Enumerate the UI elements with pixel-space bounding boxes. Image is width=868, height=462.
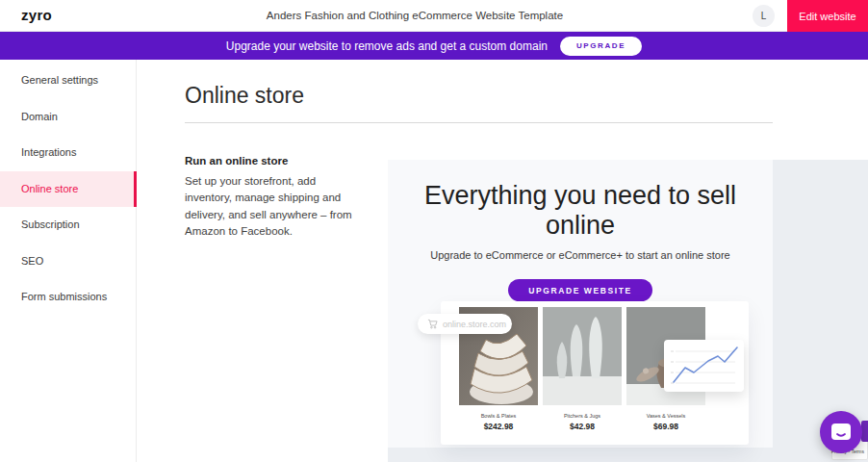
cart-icon <box>427 319 438 329</box>
product-card: Pitchers & Jugs $42.98 <box>543 307 622 431</box>
section-heading: Run an online store <box>185 155 288 167</box>
settings-sidebar: General settings Domain Integrations Onl… <box>0 60 137 462</box>
product-price: $242.98 <box>459 422 538 431</box>
store-url-text: online.store.com <box>443 320 506 329</box>
chat-icon <box>830 423 852 442</box>
product-name: Bowls & Plates <box>459 413 538 419</box>
upgrade-website-button[interactable]: UPGRADE WEBSITE <box>508 279 652 301</box>
app-window: zyro Anders Fashion and Clothing eCommer… <box>0 0 868 462</box>
zyro-logo[interactable]: zyro <box>21 7 52 23</box>
product-name: Vases & Vessels <box>626 413 705 419</box>
sidebar-item-seo[interactable]: SEO <box>0 244 136 280</box>
ecommerce-upsell-card: Everything you need to sell online Upgra… <box>388 160 773 448</box>
sales-chart-card <box>664 340 744 392</box>
sidebar-item-domain[interactable]: Domain <box>0 99 136 136</box>
page-title: Online store <box>185 83 304 109</box>
upgrade-banner: Upgrade your website to remove ads and g… <box>0 32 868 60</box>
sparkline-path <box>674 347 737 382</box>
sales-sparkline <box>664 340 744 392</box>
site-template-title: Anders Fashion and Clothing eCommerce We… <box>154 10 676 21</box>
hero-subtitle: Upgrade to eCommerce or eCommerce+ to st… <box>388 249 773 261</box>
sidebar-item-online-store[interactable]: Online store <box>0 171 136 208</box>
sidebar-item-general-settings[interactable]: General settings <box>0 63 136 99</box>
user-avatar[interactable]: L <box>753 5 775 27</box>
sidebar-item-subscription[interactable]: Subscription <box>0 207 136 244</box>
edit-website-button[interactable]: Edit website <box>787 0 868 32</box>
sidebar-item-form-submissions[interactable]: Form submissions <box>0 279 136 316</box>
pitchers-photo <box>543 307 622 405</box>
chat-bubble-button[interactable] <box>820 411 862 453</box>
top-bar: zyro Anders Fashion and Clothing eCommer… <box>0 0 868 32</box>
product-price: $69.98 <box>626 422 705 431</box>
store-url-pill: online.store.com <box>418 314 512 334</box>
upgrade-banner-text: Upgrade your website to remove ads and g… <box>226 39 548 53</box>
widget-side-tab[interactable] <box>861 421 868 442</box>
product-price: $42.98 <box>543 422 622 431</box>
title-divider <box>185 122 773 123</box>
hero-title: Everything you need to sell online <box>388 181 773 241</box>
product-name: Pitchers & Jugs <box>543 413 622 419</box>
sidebar-item-integrations[interactable]: Integrations <box>0 135 136 171</box>
section-description: Set up your storefront, add inventory, m… <box>185 173 358 240</box>
banner-upgrade-button[interactable]: UPGRADE <box>560 37 642 56</box>
